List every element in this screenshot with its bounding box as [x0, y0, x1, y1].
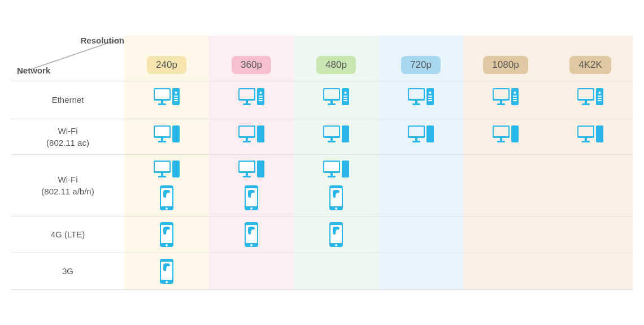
svg-rect-94 — [240, 162, 254, 171]
row-label-wifi-abn: Wi-Fi(802.11 a/b/n) — [11, 154, 124, 216]
cell-4g-720p — [378, 216, 463, 253]
svg-rect-97 — [257, 161, 264, 177]
header-corner: Resolution Network — [11, 36, 124, 81]
svg-rect-11 — [240, 89, 254, 99]
svg-rect-57 — [161, 138, 163, 141]
svg-rect-69 — [342, 125, 349, 142]
desktop-icon — [238, 125, 264, 148]
svg-rect-54 — [598, 100, 602, 101]
pill-4k2k: 4K2K — [569, 56, 611, 74]
svg-rect-9 — [174, 100, 178, 101]
svg-rect-16 — [259, 96, 263, 97]
desktop-icon — [154, 161, 180, 183]
phone-icon — [159, 259, 175, 284]
svg-rect-71 — [409, 127, 424, 136]
svg-rect-12 — [246, 101, 248, 103]
svg-rect-66 — [324, 127, 339, 136]
svg-rect-76 — [494, 127, 508, 136]
cell-3g-480p — [294, 253, 378, 289]
svg-rect-58 — [158, 141, 166, 142]
svg-point-24 — [345, 92, 347, 94]
svg-rect-53 — [598, 98, 602, 99]
svg-point-114 — [250, 244, 253, 246]
svg-point-100 — [250, 207, 253, 210]
cell-wifi-abn-240p — [124, 154, 209, 216]
chart-container: Resolution Network 240p 360p 480p 720p — [11, 36, 633, 290]
pill-240p: 240p — [147, 56, 186, 74]
desktop-icon — [408, 125, 434, 148]
svg-rect-26 — [343, 98, 347, 99]
cell-wifi-ac-720p — [378, 119, 463, 154]
svg-point-6 — [175, 92, 177, 94]
cell-ethernet-480p — [294, 81, 378, 119]
svg-rect-61 — [240, 127, 254, 136]
cell-3g-240p — [124, 253, 209, 289]
network-label: Network — [17, 66, 50, 75]
svg-rect-47 — [578, 89, 593, 99]
svg-rect-20 — [324, 89, 339, 99]
svg-rect-8 — [174, 98, 178, 99]
svg-point-120 — [166, 281, 168, 283]
cell-4g-240p — [124, 216, 209, 253]
phone-icon — [328, 222, 344, 247]
svg-rect-73 — [412, 141, 420, 142]
svg-rect-17 — [259, 98, 263, 99]
svg-rect-96 — [243, 176, 251, 177]
pill-480p: 480p — [316, 56, 356, 74]
svg-rect-3 — [161, 101, 163, 103]
svg-point-15 — [260, 92, 262, 94]
col-header-720p: 720p — [378, 36, 463, 81]
row-ethernet: Ethernet — [11, 81, 633, 119]
svg-rect-43 — [513, 96, 517, 97]
phone-icon — [243, 222, 259, 247]
cell-wifi-ac-480p — [294, 119, 378, 154]
col-header-240p: 240p — [124, 36, 209, 81]
cell-wifi-abn-360p — [209, 154, 294, 216]
cell-3g-4k2k — [548, 253, 633, 289]
svg-point-117 — [335, 244, 337, 246]
svg-rect-87 — [161, 173, 163, 176]
phone-icon — [159, 185, 175, 210]
phone-icon — [328, 185, 344, 210]
desktop-icon — [323, 87, 349, 113]
svg-rect-38 — [494, 89, 508, 99]
svg-rect-88 — [158, 176, 166, 177]
pill-1080p: 1080p — [483, 56, 528, 74]
svg-rect-103 — [330, 173, 333, 176]
desktop-icon — [493, 125, 519, 148]
cell-ethernet-4k2k — [548, 81, 633, 119]
desktop-icon — [323, 161, 349, 183]
svg-point-108 — [335, 207, 337, 210]
phone-icon — [243, 185, 259, 210]
cell-wifi-ac-240p — [124, 119, 209, 154]
svg-rect-81 — [578, 127, 593, 136]
svg-rect-45 — [513, 100, 517, 101]
row-3g: 3G — [11, 253, 633, 289]
svg-rect-64 — [257, 125, 264, 142]
col-header-360p: 360p — [209, 36, 294, 81]
row-wifi-ac: Wi-Fi(802.11 ac) — [11, 119, 633, 154]
svg-rect-52 — [598, 96, 602, 97]
desktop-icon — [493, 87, 519, 113]
svg-rect-72 — [415, 138, 417, 141]
row-label-ethernet: Ethernet — [11, 81, 124, 119]
desktop-icon — [408, 87, 434, 113]
cell-wifi-ac-1080p — [463, 119, 548, 154]
cell-3g-1080p — [463, 253, 548, 289]
col-header-480p: 480p — [294, 36, 378, 81]
svg-rect-89 — [172, 161, 180, 177]
svg-rect-4 — [158, 103, 166, 105]
svg-rect-18 — [259, 100, 263, 101]
desktop-icon — [154, 125, 180, 148]
svg-point-92 — [166, 207, 168, 210]
svg-point-111 — [166, 244, 168, 246]
svg-rect-86 — [155, 162, 169, 171]
svg-rect-59 — [172, 125, 180, 142]
cell-4g-4k2k — [548, 216, 633, 253]
svg-rect-56 — [155, 127, 169, 136]
svg-rect-27 — [343, 100, 347, 101]
svg-rect-49 — [582, 103, 590, 105]
pill-360p: 360p — [232, 56, 271, 74]
svg-rect-83 — [582, 141, 590, 142]
desktop-icon — [577, 87, 603, 113]
